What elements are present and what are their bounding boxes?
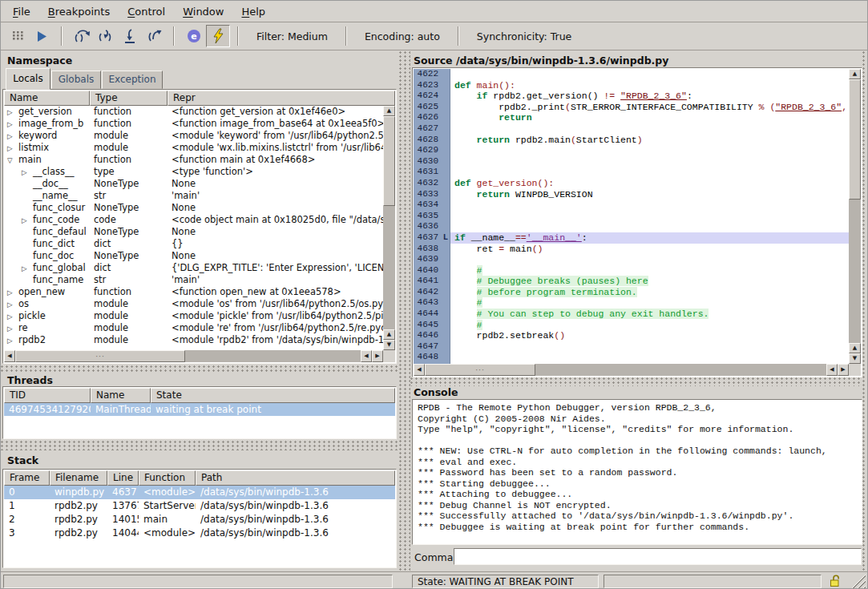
- source-line[interactable]: 4639: [414, 254, 849, 265]
- line-number[interactable]: 4623: [414, 80, 441, 91]
- line-number[interactable]: 4633: [414, 189, 441, 200]
- namespace-row[interactable]: ▷get_versionfunction<function get_versio…: [4, 106, 383, 118]
- namespace-row[interactable]: ▷osmodule<module 'os' from '/usr/lib64/p…: [4, 298, 383, 310]
- scroll-down-button[interactable]: ▼: [849, 353, 861, 364]
- command-input[interactable]: [454, 548, 862, 565]
- expand-icon[interactable]: ▷: [22, 167, 33, 178]
- step-return-button[interactable]: [118, 25, 142, 47]
- namespace-row[interactable]: ▷image_from_bfunction<function image_fro…: [4, 118, 383, 130]
- line-number[interactable]: 4625: [414, 102, 441, 113]
- column-header-name[interactable]: Name: [4, 91, 90, 106]
- tab-globals[interactable]: Globals: [51, 71, 101, 89]
- source-vscrollbar[interactable]: ▲ ▲ ▼: [849, 69, 861, 364]
- source-line[interactable]: 4643 #: [414, 297, 849, 309]
- scroll-up-button[interactable]: ▲: [849, 69, 861, 79]
- expand-icon[interactable]: ▷: [7, 143, 18, 154]
- column-header-state[interactable]: State: [151, 388, 395, 403]
- namespace-row[interactable]: ▷listmixmodule<module 'wx.lib.mixins.lis…: [4, 142, 383, 154]
- line-number[interactable]: 4642: [414, 287, 441, 298]
- menu-file[interactable]: File: [4, 3, 39, 20]
- source-line[interactable]: 4632def get_version():: [414, 178, 849, 189]
- column-header-tid[interactable]: TID: [4, 388, 91, 403]
- scroll-right-button[interactable]: ▶: [372, 350, 383, 362]
- namespace-vscrollbar[interactable]: ▲ ▲ ▼: [383, 106, 395, 350]
- expand-icon[interactable]: ▷: [7, 299, 18, 310]
- goto-button[interactable]: [142, 25, 166, 47]
- expand-icon[interactable]: ▷: [7, 119, 18, 130]
- namespace-row[interactable]: func_dictdict{}: [4, 238, 383, 250]
- line-number[interactable]: 4629: [414, 145, 441, 156]
- scroll-left-button[interactable]: ◀: [4, 350, 15, 362]
- step-over-button[interactable]: [70, 25, 94, 47]
- namespace-row[interactable]: ▷keywordmodule<module 'keyword' from '/u…: [4, 130, 383, 142]
- encoding-button[interactable]: e: [182, 25, 206, 47]
- namespace-row[interactable]: ▷open_newfunction<function open_new at 0…: [4, 286, 383, 298]
- column-header-line[interactable]: Line: [107, 470, 139, 486]
- line-number[interactable]: 4641: [414, 276, 441, 287]
- line-number[interactable]: 4648: [414, 352, 441, 363]
- source-line[interactable]: 4644 # You can step to debug any exit ha…: [414, 309, 849, 320]
- source-line[interactable]: 4635: [414, 211, 849, 222]
- menu-control[interactable]: Control: [119, 3, 174, 20]
- line-number[interactable]: 4627: [414, 123, 441, 135]
- scrollbar-thumb[interactable]: [383, 116, 395, 206]
- source-line[interactable]: 4630: [414, 156, 849, 167]
- line-number[interactable]: 4644: [414, 309, 441, 320]
- namespace-row[interactable]: ▷remodule<module 're' from '/usr/lib64/p…: [4, 322, 383, 334]
- source-line[interactable]: 4636: [414, 221, 849, 232]
- tab-locals[interactable]: Locals: [6, 68, 50, 90]
- resize-grip[interactable]: [851, 574, 866, 588]
- source-code[interactable]: 46224623def main():4624 if rpdb2.get_ver…: [414, 69, 849, 364]
- scroll-left-button[interactable]: ◀: [414, 364, 425, 376]
- scroll-up-button[interactable]: ▲: [849, 343, 861, 353]
- namespace-row[interactable]: ▷picklemodule<module 'pickle' from '/usr…: [4, 310, 383, 322]
- source-line[interactable]: 4629: [414, 145, 849, 156]
- splitter-vertical[interactable]: [399, 51, 410, 571]
- scroll-left-button[interactable]: ◀: [826, 364, 838, 376]
- source-line[interactable]: 4640 #: [414, 265, 849, 276]
- column-header-type[interactable]: Type: [90, 91, 168, 106]
- scroll-up-button[interactable]: ▲: [383, 106, 395, 116]
- break-button[interactable]: [6, 25, 30, 47]
- line-number[interactable]: 4635: [414, 211, 441, 222]
- collapse-icon[interactable]: ▽: [7, 155, 18, 166]
- expand-icon[interactable]: ▷: [7, 311, 18, 322]
- scrollbar-thumb[interactable]: [849, 79, 861, 200]
- line-number[interactable]: 4639: [414, 254, 441, 265]
- expand-icon[interactable]: ▷: [22, 263, 33, 274]
- line-number[interactable]: 4634: [414, 200, 441, 211]
- source-line[interactable]: 4634: [414, 200, 849, 211]
- source-line[interactable]: 4633 return WINPDB_VERSION: [414, 189, 849, 200]
- namespace-row[interactable]: __name__str'main': [4, 190, 383, 202]
- line-number[interactable]: 4626: [414, 112, 441, 123]
- splitter-horizontal[interactable]: [1, 365, 399, 373]
- stack-frame-row[interactable]: 3rpdb2.py14044<module>/data/sys/bin/winp…: [4, 526, 395, 540]
- tab-exception[interactable]: Exception: [102, 71, 163, 89]
- source-line[interactable]: 4638 ret = main(): [414, 244, 849, 255]
- expand-icon[interactable]: ▷: [7, 287, 18, 298]
- expand-icon[interactable]: ▷: [7, 335, 18, 346]
- source-line[interactable]: 4645 #: [414, 320, 849, 331]
- expand-icon[interactable]: ▷: [7, 131, 18, 142]
- source-line[interactable]: 4622: [414, 69, 849, 80]
- source-line[interactable]: 4623def main():: [414, 80, 849, 91]
- source-line[interactable]: 4648: [414, 352, 849, 363]
- menu-window[interactable]: Window: [174, 3, 232, 20]
- console-text[interactable]: RPDB - The Remote Python Debugger, versi…: [413, 400, 862, 535]
- source-line[interactable]: 4625 rpdb2._print(STR_ERROR_INTERFACE_CO…: [414, 102, 849, 113]
- source-line[interactable]: 4642 # before program termination.: [414, 287, 849, 298]
- source-hscrollbar[interactable]: ◀ ··· ◀ ▶: [414, 364, 849, 376]
- menu-help[interactable]: Help: [232, 3, 274, 20]
- source-line[interactable]: 4647: [414, 341, 849, 353]
- column-header-repr[interactable]: Repr: [168, 91, 395, 106]
- scroll-left-button[interactable]: ◀: [361, 350, 372, 362]
- namespace-row[interactable]: ▷func_codecode<code object main at 0x180…: [4, 214, 383, 226]
- column-header-function[interactable]: Function: [139, 470, 196, 486]
- source-line[interactable]: 4641 # Debuggee breaks (pauses) here: [414, 276, 849, 287]
- line-number[interactable]: 4643: [414, 297, 441, 309]
- scrollbar-thumb[interactable]: ···: [425, 364, 535, 376]
- line-number[interactable]: 4622: [414, 69, 441, 80]
- step-into-button[interactable]: [94, 25, 118, 47]
- splitter-vertical[interactable]: [862, 51, 868, 571]
- scrollbar-thumb[interactable]: ···: [15, 350, 185, 362]
